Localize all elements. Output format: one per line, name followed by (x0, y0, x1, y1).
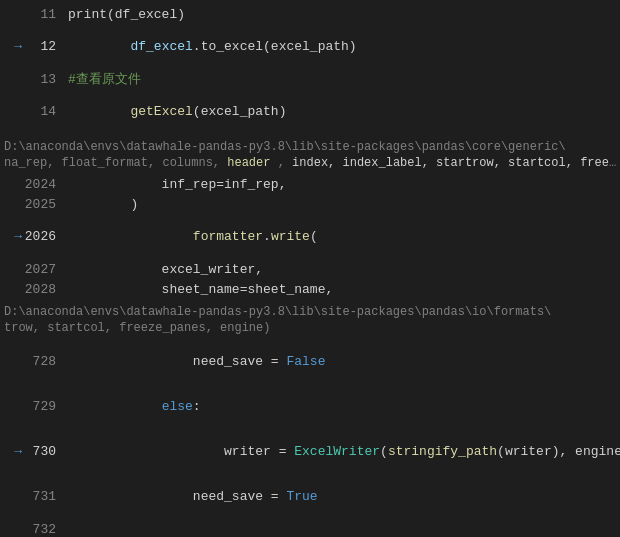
code-block-2: 2024 inf_rep=inf_rep, 2025 ) → 2026 form… (0, 174, 620, 299)
line-2026: → 2026 formatter.write( (0, 214, 620, 259)
linenum-2026: 2026 (24, 229, 64, 244)
line-11: 11 print(df_excel) (0, 4, 620, 24)
linenum-14: 14 (24, 104, 64, 119)
content-2027: excel_writer, (64, 262, 620, 277)
line-2025: 2025 ) (0, 194, 620, 214)
content-731: need_save = True (64, 474, 620, 519)
path-2b: trow, startcol, freeze_panes, engine) (0, 321, 620, 339)
content-14: getExcel(excel_path) (64, 89, 620, 134)
linenum-2024: 2024 (24, 177, 64, 192)
arrow-14 (0, 104, 24, 119)
arrow-729 (0, 399, 24, 414)
line-2024: 2024 inf_rep=inf_rep, (0, 174, 620, 194)
content-13: #查看原文件 (64, 70, 620, 88)
line-13: 13 #查看原文件 (0, 69, 620, 89)
arrow-732 (0, 522, 24, 537)
path-1: D:\anaconda\envs\datawhale-pandas-py3.8\… (0, 134, 620, 156)
linenum-2028: 2028 (24, 282, 64, 297)
content-11: print(df_excel) (64, 7, 620, 22)
content-12: df_excel.to_excel(excel_path) (64, 24, 620, 69)
arrow-13 (0, 72, 24, 87)
content-729: else: (64, 384, 620, 429)
linenum-11: 11 (24, 7, 64, 22)
linenum-730: 730 (24, 444, 64, 459)
line-730: → 730 writer = ExcelWriter(stringify_pat… (0, 429, 620, 474)
arrow-2026: → (0, 229, 24, 244)
arrow-11 (0, 7, 24, 22)
line-729: 729 else: (0, 384, 620, 429)
arrow-2024 (0, 177, 24, 192)
linenum-13: 13 (24, 72, 64, 87)
line-2027: 2027 excel_writer, (0, 259, 620, 279)
line-2028: 2028 sheet_name=sheet_name, (0, 279, 620, 299)
linenum-732: 732 (24, 522, 64, 537)
content-2028: sheet_name=sheet_name, (64, 282, 620, 297)
linenum-728: 728 (24, 354, 64, 369)
path-2: D:\anaconda\envs\datawhale-pandas-py3.8\… (0, 299, 620, 321)
arrow-2028 (0, 282, 24, 297)
linenum-2025: 2025 (24, 197, 64, 212)
arrow-730: → (0, 444, 24, 459)
linenum-731: 731 (24, 489, 64, 504)
line-732: 732 (0, 519, 620, 537)
code-block-1: 11 print(df_excel) → 12 df_excel.to_exce… (0, 4, 620, 134)
arrow-731 (0, 489, 24, 504)
code-block-3: 728 need_save = False 729 else: → 730 wr… (0, 339, 620, 537)
line-14: 14 getExcel(excel_path) (0, 89, 620, 134)
arrow-728 (0, 354, 24, 369)
path-1b: na_rep, float_format, columns, header , … (0, 156, 620, 174)
content-728: need_save = False (64, 339, 620, 384)
content-2024: inf_rep=inf_rep, (64, 177, 620, 192)
line-731: 731 need_save = True (0, 474, 620, 519)
linenum-729: 729 (24, 399, 64, 414)
line-12: → 12 df_excel.to_excel(excel_path) (0, 24, 620, 69)
linenum-2027: 2027 (24, 262, 64, 277)
content-2026: formatter.write( (64, 214, 620, 259)
arrow-12: → (0, 39, 24, 54)
arrow-2027 (0, 262, 24, 277)
line-728: 728 need_save = False (0, 339, 620, 384)
linenum-12: 12 (24, 39, 64, 54)
content-730: writer = ExcelWriter(stringify_path(writ… (64, 429, 620, 474)
code-container: 11 print(df_excel) → 12 df_excel.to_exce… (0, 0, 620, 537)
arrow-2025 (0, 197, 24, 212)
content-2025: ) (64, 197, 620, 212)
